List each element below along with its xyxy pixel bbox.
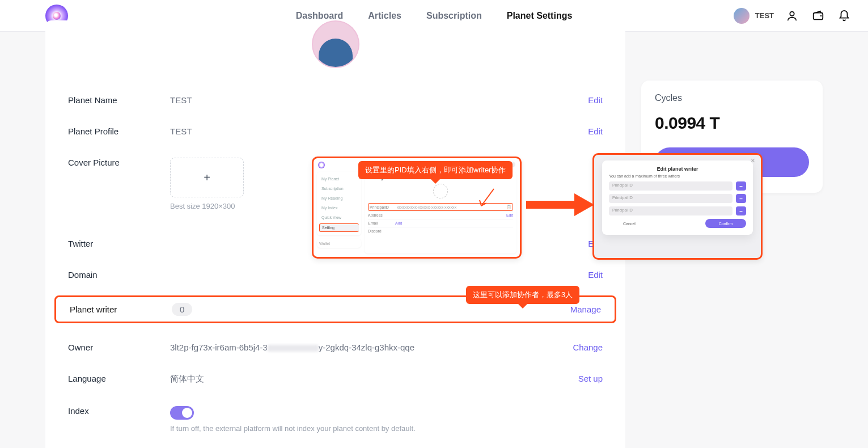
modal-cancel: Cancel bbox=[609, 219, 650, 228]
writer-label: Planet writer bbox=[70, 305, 172, 314]
modal-title: Edit planet writer bbox=[609, 166, 746, 172]
planet-profile-value: TEST bbox=[170, 126, 588, 136]
domain-label: Domain bbox=[68, 270, 170, 280]
language-value: 简体中文 bbox=[170, 374, 578, 384]
cover-upload-button[interactable]: + bbox=[170, 158, 244, 197]
owner-value: 3lt2p-fg73x-ir6am-6b5j4-3y-2gkdq-34zlq-g… bbox=[170, 343, 573, 352]
index-label: Index bbox=[68, 406, 170, 416]
planet-profile-label: Planet Profile bbox=[68, 126, 170, 136]
modal-subtitle: You can add a maximum of three writers bbox=[609, 174, 746, 178]
annotation-screenshot-modal: × Edit planet writer You can add a maxim… bbox=[592, 153, 763, 260]
annotation-callout-bottom: 这里可以添加协作者，最多3人 bbox=[466, 286, 579, 304]
writer-count-badge: 0 bbox=[172, 303, 192, 316]
owner-label: Owner bbox=[68, 343, 170, 352]
domain-edit[interactable]: Edit bbox=[588, 270, 603, 280]
cycles-label: Cycles bbox=[655, 93, 809, 103]
svg-point-0 bbox=[790, 11, 794, 15]
cycles-value: 0.0994 T bbox=[655, 113, 809, 133]
annotation-arrow-small bbox=[478, 188, 495, 210]
svg-rect-2 bbox=[526, 201, 574, 209]
owner-redacted bbox=[268, 345, 319, 352]
user-avatar[interactable] bbox=[734, 8, 750, 24]
index-toggle[interactable] bbox=[170, 406, 194, 420]
annotation-callout-top: 设置里的PID填入右侧，即可添加writer协作 bbox=[358, 161, 513, 179]
language-setup[interactable]: Set up bbox=[578, 374, 603, 383]
writer-manage[interactable]: Manage bbox=[570, 305, 601, 314]
language-label: Language bbox=[68, 374, 170, 383]
owner-change[interactable]: Change bbox=[573, 343, 603, 352]
planet-name-value: TEST bbox=[170, 95, 588, 105]
planet-name-edit[interactable]: Edit bbox=[588, 95, 603, 105]
modal-confirm: Confirm bbox=[705, 219, 746, 228]
twitter-label: Twitter bbox=[68, 239, 170, 248]
account-icon[interactable] bbox=[784, 8, 800, 24]
index-hint: If turn off, the external platform will … bbox=[170, 424, 603, 433]
close-icon: × bbox=[751, 156, 755, 165]
bell-icon[interactable] bbox=[836, 8, 852, 24]
planet-profile-edit[interactable]: Edit bbox=[588, 126, 603, 136]
user-name: TEST bbox=[755, 11, 774, 20]
annotation-arrow-large bbox=[526, 191, 594, 219]
cover-label: Cover Picture bbox=[68, 158, 170, 167]
wallet-icon[interactable] bbox=[810, 8, 826, 24]
svg-marker-3 bbox=[574, 193, 594, 216]
planet-name-label: Planet Name bbox=[68, 95, 170, 105]
planet-avatar[interactable] bbox=[312, 20, 359, 68]
